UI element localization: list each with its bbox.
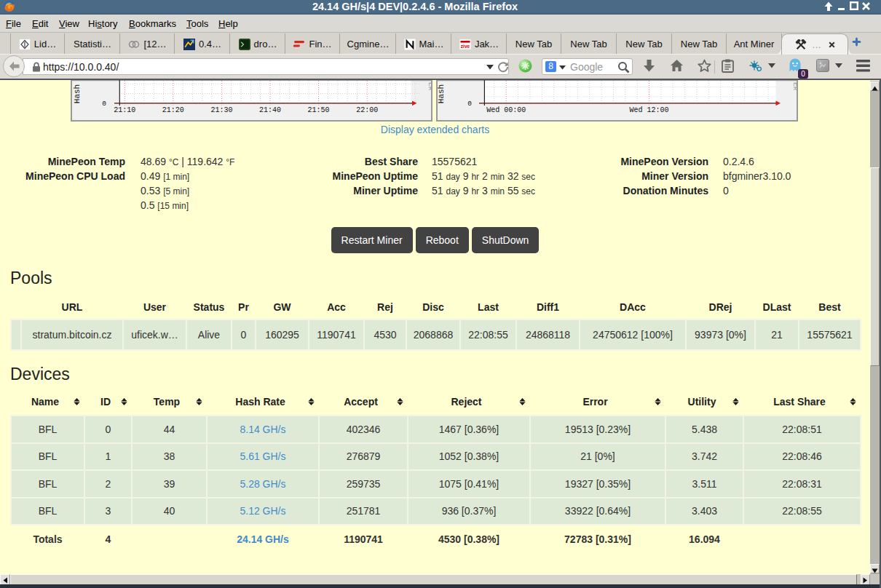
svg-text:22:00: 22:00	[356, 106, 378, 114]
svg-text:21:10: 21:10	[114, 106, 135, 114]
svg-text:ER: ER	[427, 82, 431, 91]
svg-text:21:50: 21:50	[308, 106, 330, 114]
svg-text:21:40: 21:40	[259, 106, 281, 114]
svg-text:21:20: 21:20	[162, 106, 184, 114]
svg-text:ER: ER	[791, 82, 797, 91]
svg-text:Hash: Hash	[73, 84, 82, 103]
svg-text:21:30: 21:30	[210, 106, 232, 114]
svg-text:0: 0	[467, 100, 472, 108]
svg-text:Hash: Hash	[438, 84, 446, 103]
svg-text:zive: zive	[461, 43, 470, 48]
svg-text:0: 0	[102, 100, 106, 108]
svg-text:Wed 00:00: Wed 00:00	[486, 106, 526, 114]
svg-text:Wed 12:00: Wed 12:00	[629, 106, 668, 114]
